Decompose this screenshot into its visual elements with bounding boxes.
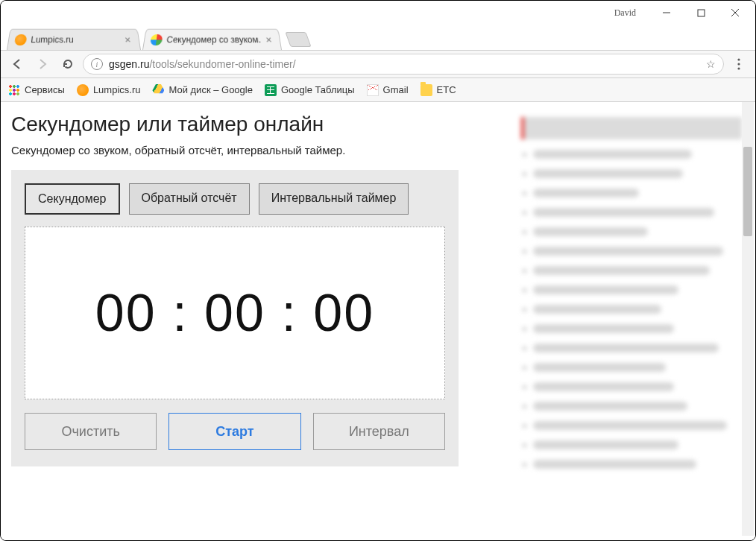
sidebar-link[interactable]	[533, 440, 678, 449]
sidebar-link[interactable]	[533, 208, 714, 217]
browser-menu-button[interactable]	[728, 54, 749, 75]
window-close-button[interactable]	[718, 1, 752, 24]
sidebar-link[interactable]	[533, 460, 696, 469]
page-title: Секундомер или таймер онлайн	[11, 113, 502, 136]
url-path: /tools/sekundomer-online-timer/	[149, 58, 295, 70]
main-column: Секундомер или таймер онлайн Секундомер …	[1, 102, 502, 540]
window-titlebar: David	[1, 1, 755, 25]
sidebar	[502, 102, 755, 540]
bookmark-label: Gmail	[383, 84, 409, 95]
window-minimize-button[interactable]	[649, 1, 684, 24]
back-button[interactable]	[7, 54, 28, 75]
page-content: Секундомер или таймер онлайн Секундомер …	[1, 102, 755, 540]
sidebar-link[interactable]	[533, 344, 719, 352]
apps-shortcut[interactable]: Сервисы	[8, 84, 65, 96]
sidebar-link[interactable]	[533, 421, 727, 430]
start-button[interactable]: Старт	[168, 413, 300, 450]
favicon-icon	[77, 84, 89, 96]
sidebar-link[interactable]	[533, 285, 678, 294]
sidebar-heading	[521, 117, 742, 139]
browser-tabs: Lumpics.ru × Секундомер со звуком. ×	[1, 25, 755, 50]
sidebar-link[interactable]	[533, 227, 648, 236]
bookmark-label: Мой диск – Google	[168, 84, 253, 95]
window-maximize-button[interactable]	[684, 1, 718, 24]
forward-button[interactable]	[32, 54, 53, 75]
time-value: 00 : 00 : 00	[95, 283, 374, 343]
bookmark-label: Сервисы	[25, 84, 65, 95]
window-user-label: David	[614, 7, 636, 19]
gdrive-icon	[152, 84, 164, 96]
tab-close-icon[interactable]: ×	[122, 34, 133, 44]
sidebar-link[interactable]	[533, 247, 723, 256]
url-host: gsgen.ru	[109, 58, 149, 70]
bookmark-label: Google Таблицы	[281, 84, 355, 95]
sidebar-link[interactable]	[533, 363, 666, 372]
tab-interval-timer[interactable]: Интервальный таймер	[259, 183, 409, 215]
bookmark-gmail[interactable]: Gmail	[367, 84, 409, 96]
bookmark-gdrive[interactable]: Мой диск – Google	[152, 84, 253, 96]
sidebar-link[interactable]	[533, 382, 674, 391]
favicon-icon	[150, 34, 163, 45]
site-info-icon[interactable]: i	[91, 58, 103, 70]
bookmark-sheets[interactable]: Google Таблицы	[265, 84, 355, 96]
tab-title: Секундомер со звуком.	[166, 34, 262, 44]
new-tab-button[interactable]	[286, 32, 312, 47]
tab-countdown[interactable]: Обратный отсчёт	[129, 183, 250, 215]
bookmark-star-icon[interactable]: ☆	[706, 58, 716, 70]
tab-close-icon[interactable]: ×	[263, 34, 274, 44]
favicon-icon	[14, 34, 28, 45]
sidebar-link[interactable]	[533, 305, 661, 314]
bookmark-label: Lumpics.ru	[93, 84, 141, 95]
bookmarks-bar: Сервисы Lumpics.ru Мой диск – Google Goo…	[1, 78, 755, 102]
page-subtitle: Секундомер со звуком, обратный отсчёт, и…	[11, 144, 502, 156]
svg-point-5	[737, 63, 740, 65]
toolbar: i gsgen.ru/tools/sekundomer-online-timer…	[1, 50, 755, 78]
svg-point-4	[737, 58, 740, 60]
tab-stopwatch[interactable]: Секундомер	[25, 183, 120, 215]
sidebar-link[interactable]	[533, 402, 687, 411]
tab-lumpics[interactable]: Lumpics.ru ×	[7, 29, 141, 50]
bookmark-label: ETC	[437, 84, 456, 95]
bookmark-etc[interactable]: ETC	[420, 84, 456, 96]
timer-panel: Секундомер Обратный отсчёт Интервальный …	[11, 170, 459, 466]
svg-point-6	[737, 67, 740, 69]
scrollbar-thumb[interactable]	[743, 147, 752, 236]
sheets-icon	[265, 84, 277, 96]
tab-title: Lumpics.ru	[31, 34, 120, 44]
sidebar-link[interactable]	[533, 169, 683, 178]
folder-icon	[420, 84, 432, 96]
reload-button[interactable]	[57, 54, 78, 75]
sidebar-link[interactable]	[533, 189, 639, 197]
time-display: 00 : 00 : 00	[25, 227, 445, 399]
controls-row: Очистить Старт Интервал	[25, 413, 445, 450]
sidebar-link[interactable]	[533, 150, 692, 159]
mode-tabs: Секундомер Обратный отсчёт Интервальный …	[25, 183, 445, 215]
svg-rect-1	[698, 10, 705, 16]
gmail-icon	[367, 84, 379, 96]
bookmark-lumpics[interactable]: Lumpics.ru	[77, 84, 141, 96]
tab-sekundomer[interactable]: Секундомер со звуком. ×	[142, 29, 282, 50]
apps-icon	[8, 84, 20, 96]
clear-button[interactable]: Очистить	[25, 413, 157, 450]
interval-button[interactable]: Интервал	[313, 413, 445, 450]
scrollbar[interactable]	[742, 102, 754, 536]
sidebar-link[interactable]	[533, 266, 710, 275]
address-bar[interactable]: i gsgen.ru/tools/sekundomer-online-timer…	[83, 54, 724, 75]
sidebar-link[interactable]	[533, 324, 674, 333]
